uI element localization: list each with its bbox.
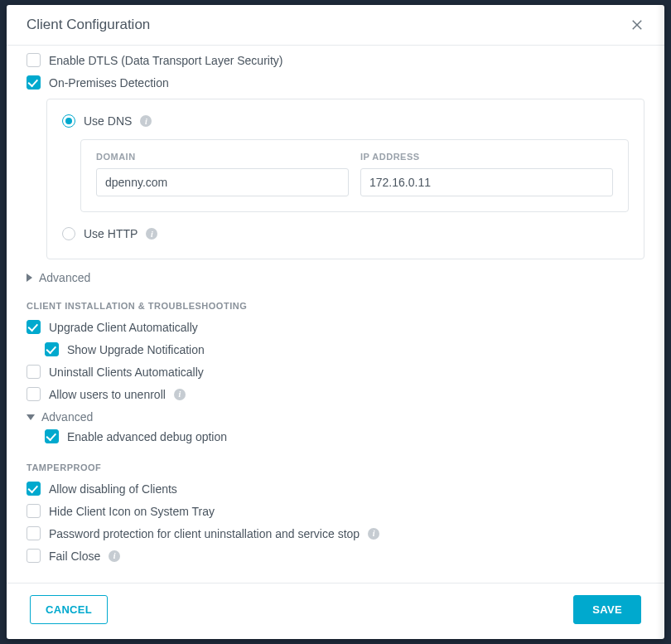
on-prem-panel: Use DNS i DOMAIN IP ADDRESS Use H [46, 99, 644, 259]
dialog-title: Client Configuration [27, 17, 150, 33]
show-upgrade-checkbox[interactable] [45, 342, 59, 356]
enable-debug-label: Enable advanced debug option [67, 430, 227, 443]
dialog-footer: CANCEL SAVE [7, 583, 664, 639]
use-dns-radio[interactable] [62, 114, 75, 128]
scrollbar-hint [656, 5, 664, 639]
upgrade-auto-label: Upgrade Client Automatically [49, 321, 198, 334]
on-prem-checkbox[interactable] [27, 75, 41, 90]
use-http-radio[interactable] [62, 227, 75, 240]
close-icon[interactable] [630, 17, 644, 32]
ip-input[interactable] [360, 168, 613, 196]
pw-protect-info-icon[interactable]: i [368, 528, 379, 540]
allow-disable-label: Allow disabling of Clients [49, 482, 177, 496]
fail-close-info-icon[interactable]: i [109, 550, 120, 562]
chevron-right-icon [27, 274, 32, 282]
ip-field: IP ADDRESS [360, 152, 613, 196]
pw-protect-row: Password protection for client uninstall… [27, 522, 644, 545]
dialog-body: Enable DTLS (Data Transport Layer Securi… [7, 46, 664, 583]
domain-field: DOMAIN [96, 152, 349, 196]
hide-tray-checkbox[interactable] [27, 504, 41, 518]
enable-debug-row: Enable advanced debug option [45, 425, 644, 448]
pw-protect-checkbox[interactable] [27, 526, 41, 540]
use-dns-row: Use DNS i [62, 111, 629, 131]
advanced-label-2: Advanced [41, 410, 93, 424]
use-http-row: Use HTTP i [62, 224, 629, 244]
allow-unenroll-checkbox[interactable] [27, 387, 41, 401]
advanced-toggle-1[interactable]: Advanced [27, 266, 644, 286]
show-upgrade-row: Show Upgrade Notification [45, 338, 644, 361]
upgrade-auto-row: Upgrade Client Automatically [27, 316, 644, 338]
enable-dtls-row: Enable DTLS (Data Transport Layer Securi… [27, 49, 644, 71]
section-install-header: CLIENT INSTALLATION & TROUBLESHOOTING [27, 286, 644, 316]
domain-input[interactable] [96, 168, 349, 196]
save-button[interactable]: SAVE [573, 595, 641, 624]
domain-label: DOMAIN [96, 152, 349, 162]
allow-disable-checkbox[interactable] [27, 482, 41, 496]
cancel-button[interactable]: CANCEL [30, 595, 108, 624]
uninstall-auto-label: Uninstall Clients Automatically [49, 366, 204, 379]
allow-disable-row: Allow disabling of Clients [27, 477, 644, 500]
ip-label: IP ADDRESS [360, 152, 613, 162]
pw-protect-label: Password protection for client uninstall… [49, 527, 360, 540]
allow-unenroll-label: Allow users to unenroll [49, 388, 166, 401]
advanced-label-1: Advanced [39, 271, 90, 284]
enable-debug-checkbox[interactable] [45, 429, 59, 443]
use-dns-label: Use DNS [84, 114, 132, 128]
section-tamper-header: TAMPERPROOF [27, 448, 644, 477]
uninstall-auto-checkbox[interactable] [27, 365, 41, 379]
advanced-toggle-2[interactable]: Advanced [27, 405, 644, 425]
on-prem-label: On-Premises Detection [49, 76, 169, 90]
hide-tray-label: Hide Client Icon on System Tray [49, 505, 215, 518]
enable-dtls-checkbox[interactable] [27, 53, 41, 67]
use-dns-info-icon[interactable]: i [140, 115, 152, 127]
uninstall-auto-row: Uninstall Clients Automatically [27, 361, 644, 383]
fail-close-checkbox[interactable] [27, 549, 41, 563]
hide-tray-row: Hide Client Icon on System Tray [27, 500, 644, 522]
allow-unenroll-row: Allow users to unenroll i [27, 383, 644, 405]
on-prem-row: On-Premises Detection [27, 71, 644, 94]
upgrade-auto-checkbox[interactable] [27, 320, 41, 334]
show-upgrade-label: Show Upgrade Notification [67, 343, 205, 356]
chevron-down-icon [27, 414, 35, 420]
fail-close-label: Fail Close [49, 550, 100, 563]
dialog-header: Client Configuration [7, 5, 664, 46]
use-http-label: Use HTTP [84, 227, 138, 240]
client-config-dialog: Client Configuration Enable DTLS (Data T… [7, 5, 664, 639]
use-http-info-icon[interactable]: i [146, 228, 157, 240]
allow-unenroll-info-icon[interactable]: i [174, 389, 186, 400]
fail-close-row: Fail Close i [27, 545, 644, 567]
enable-dtls-label: Enable DTLS (Data Transport Layer Securi… [49, 54, 282, 67]
dns-subpanel: DOMAIN IP ADDRESS [80, 139, 629, 212]
